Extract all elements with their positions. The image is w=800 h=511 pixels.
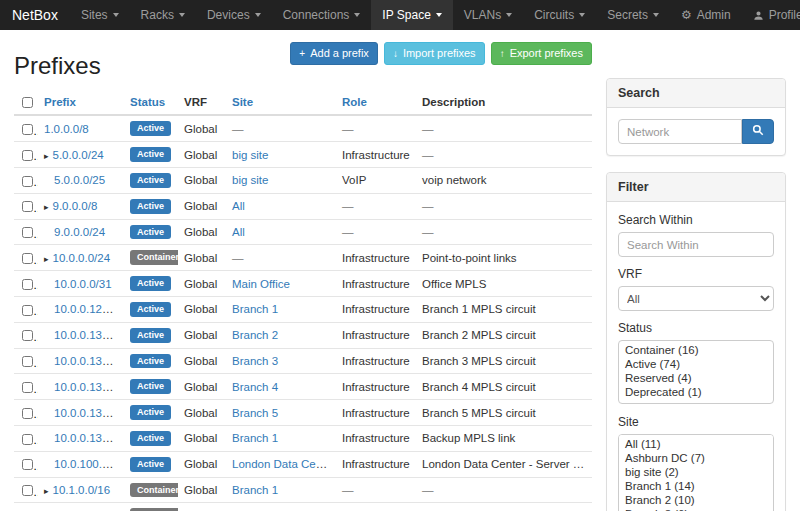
prefix-link[interactable]: 10.0.0.132/31 (54, 355, 124, 367)
row-checkbox[interactable] (22, 408, 33, 419)
status-badge[interactable]: Active (130, 147, 171, 162)
prefix-link[interactable]: 5.0.0.0/24 (53, 149, 104, 161)
brand-logo[interactable]: NetBox (0, 0, 70, 30)
vrf-cell: Global (178, 477, 226, 503)
row-checkbox[interactable] (22, 434, 33, 445)
filter-option[interactable]: Branch 3 (6) (619, 507, 773, 511)
status-badge[interactable]: Active (130, 121, 171, 136)
expand-toggle-icon[interactable]: ▸ (44, 254, 49, 264)
prefix-link[interactable]: 9.0.0.0/24 (54, 226, 105, 238)
row-checkbox[interactable] (22, 201, 33, 212)
nav-item-circuits[interactable]: Circuits (523, 0, 596, 30)
filter-option[interactable]: Reserved (4) (619, 371, 773, 385)
admin-menu-item[interactable]: ⚙ Admin (670, 0, 742, 30)
expand-toggle-icon[interactable]: ▸ (44, 202, 49, 212)
nav-item-ip-space[interactable]: IP Space (371, 0, 452, 30)
prefix-link[interactable]: 9.0.0.0/8 (53, 200, 98, 212)
status-badge[interactable]: Active (130, 431, 171, 446)
site-link[interactable]: Branch 1 (232, 432, 278, 444)
filter-option[interactable]: big site (2) (619, 465, 773, 479)
filter-option[interactable]: Active (74) (619, 357, 773, 371)
site-link[interactable]: All (232, 200, 245, 212)
row-checkbox[interactable] (22, 382, 33, 393)
expand-toggle-icon[interactable]: ▸ (44, 151, 49, 161)
site-link[interactable]: Main Office (232, 278, 290, 290)
prefix-link[interactable]: 10.0.0.128/31 (54, 303, 124, 315)
row-checkbox[interactable] (22, 279, 33, 290)
search-button[interactable] (742, 119, 774, 144)
site-link[interactable]: London Data Center (232, 458, 336, 470)
row-checkbox[interactable] (22, 356, 33, 367)
prefix-link[interactable]: 10.0.0.138/31 (54, 432, 124, 444)
status-badge[interactable]: Active (130, 276, 171, 291)
nav-item-racks[interactable]: Racks (130, 0, 196, 30)
site-filter-select[interactable]: All (11)Ashburn DC (7)big site (2)Branch… (618, 434, 774, 511)
status-filter-select[interactable]: Container (16)Active (74)Reserved (4)Dep… (618, 340, 774, 404)
status-badge[interactable]: Container (130, 483, 178, 498)
top-navbar: NetBox SitesRacksDevicesConnectionsIP Sp… (0, 0, 800, 30)
select-all-checkbox[interactable] (22, 97, 33, 108)
prefix-link[interactable]: 10.1.0.0/16 (53, 484, 111, 496)
profile-menu-item[interactable]: Profile (742, 0, 800, 30)
site-link[interactable]: Branch 1 (232, 303, 278, 315)
prefix-link[interactable]: 10.0.0.0/31 (54, 278, 112, 290)
prefix-link[interactable]: 10.0.0.134/31 (54, 381, 124, 393)
status-badge[interactable]: Active (130, 328, 171, 343)
column-header-prefix[interactable]: Prefix (38, 90, 124, 115)
status-badge[interactable]: Active (130, 173, 171, 188)
status-badge[interactable]: Active (130, 354, 171, 369)
vrf-filter-select[interactable]: All (618, 286, 774, 311)
status-badge[interactable]: Active (130, 302, 171, 317)
row-checkbox[interactable] (22, 459, 33, 470)
row-checkbox[interactable] (22, 330, 33, 341)
add-prefix-button[interactable]: +Add a prefix (290, 42, 378, 65)
expand-toggle-icon[interactable]: ▸ (44, 486, 49, 496)
filter-option[interactable]: Branch 1 (14) (619, 479, 773, 493)
nav-item-sites[interactable]: Sites (70, 0, 130, 30)
status-badge[interactable]: Container (130, 250, 178, 265)
filter-option[interactable]: All (11) (619, 437, 773, 451)
status-badge[interactable]: Active (130, 379, 171, 394)
nav-item-devices[interactable]: Devices (196, 0, 272, 30)
export-prefixes-button[interactable]: ↑Export prefixes (491, 42, 592, 65)
site-link[interactable]: big site (232, 174, 268, 186)
filter-option[interactable]: Branch 2 (10) (619, 493, 773, 507)
site-link[interactable]: Branch 5 (232, 407, 278, 419)
row-checkbox[interactable] (22, 305, 33, 316)
prefix-link[interactable]: 10.0.0.0/24 (53, 252, 111, 264)
status-badge[interactable]: Active (130, 457, 171, 472)
column-header-site[interactable]: Site (226, 90, 336, 115)
nav-item-connections[interactable]: Connections (272, 0, 372, 30)
import-prefixes-button[interactable]: ↓Import prefixes (384, 42, 485, 65)
site-link[interactable]: All (232, 226, 245, 238)
row-checkbox[interactable] (22, 227, 33, 238)
row-checkbox[interactable] (22, 176, 33, 187)
prefix-link[interactable]: 10.0.0.130/31 (54, 329, 124, 341)
search-within-input[interactable] (618, 232, 774, 257)
row-checkbox[interactable] (22, 124, 33, 135)
prefix-link[interactable]: 5.0.0.0/25 (54, 174, 105, 186)
site-link[interactable]: Branch 2 (232, 329, 278, 341)
prefix-link[interactable]: 10.0.0.136/31 (54, 407, 124, 419)
site-link[interactable]: Branch 3 (232, 355, 278, 367)
search-input[interactable] (618, 119, 742, 144)
status-badge[interactable]: Active (130, 405, 171, 420)
filter-option[interactable]: Ashburn DC (7) (619, 451, 773, 465)
row-checkbox[interactable] (22, 150, 33, 161)
row-checkbox[interactable] (22, 485, 33, 496)
prefix-link[interactable]: 1.0.0.0/8 (44, 123, 89, 135)
status-badge[interactable]: Active (130, 199, 171, 214)
nav-item-vlans[interactable]: VLANs (453, 0, 523, 30)
nav-item-secrets[interactable]: Secrets (596, 0, 670, 30)
row-checkbox[interactable] (22, 253, 33, 264)
column-header-role[interactable]: Role (336, 90, 416, 115)
filter-option[interactable]: Container (16) (619, 343, 773, 357)
filter-option[interactable]: Deprecated (1) (619, 385, 773, 399)
status-badge[interactable]: Active (130, 225, 171, 240)
prefix-link[interactable]: 10.0.100.0/24 (54, 458, 124, 470)
column-header-status[interactable]: Status (124, 90, 178, 115)
site-link[interactable]: Branch 1 (232, 484, 278, 496)
site-link[interactable]: big site (232, 149, 268, 161)
site-link[interactable]: Branch 4 (232, 381, 278, 393)
filter-panel-title: Filter (607, 173, 785, 202)
